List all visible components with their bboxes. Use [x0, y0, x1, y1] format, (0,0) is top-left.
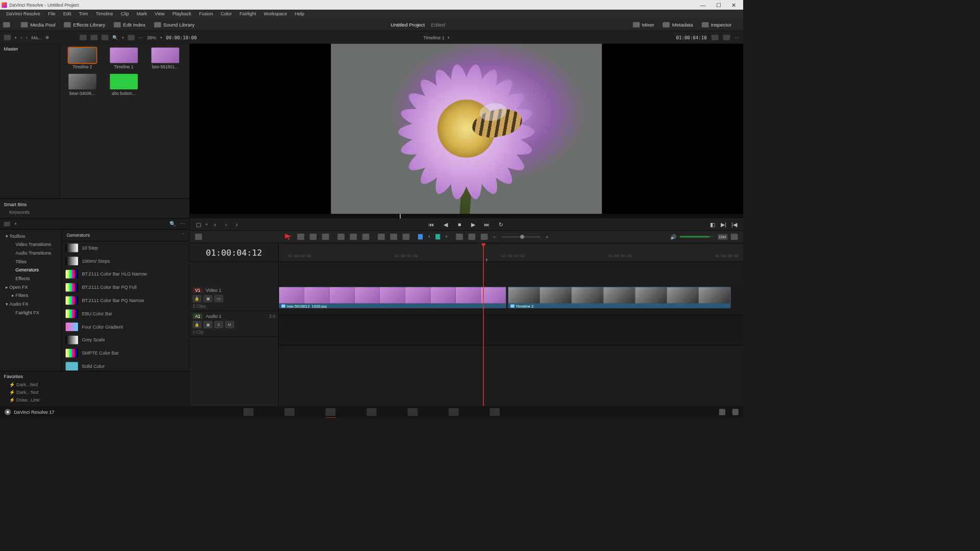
more-icon[interactable]: ⋯ — [180, 221, 185, 227]
replace-clip-icon[interactable] — [362, 234, 370, 240]
deliver-page-button[interactable] — [489, 408, 500, 416]
dynamic-trim-icon[interactable] — [310, 234, 317, 240]
playhead[interactable] — [483, 243, 484, 406]
color-page-button[interactable] — [408, 408, 418, 416]
nav-fwd-icon[interactable]: › — [26, 35, 28, 40]
favorite-item[interactable]: ⚡ Dark...hird — [4, 381, 186, 388]
fx-tree-node[interactable]: Video Transitions — [2, 240, 60, 249]
maximize-button[interactable]: ☐ — [710, 1, 726, 9]
fx-layout-icon[interactable] — [4, 221, 10, 226]
flag-blue-icon[interactable] — [418, 234, 423, 240]
monitor-icon[interactable] — [731, 234, 738, 240]
prev-clip-icon[interactable]: ‹ — [212, 221, 219, 228]
first-frame-button[interactable]: ⏮ — [428, 221, 435, 228]
match-frame-icon[interactable]: ▢ — [195, 221, 202, 228]
bin-layout-icon[interactable] — [4, 35, 11, 40]
disable-video-button[interactable]: ▭ — [214, 295, 223, 303]
media-page-button[interactable] — [243, 408, 254, 416]
selection-tool-icon[interactable] — [285, 234, 292, 240]
fx-tree-node[interactable]: ▾Audio FX — [2, 300, 60, 309]
chevron-up-icon[interactable]: ⌃ — [182, 233, 185, 238]
breadcrumb[interactable]: Ma... — [31, 35, 41, 40]
fx-item[interactable]: SMPTE Color Bar — [62, 346, 189, 360]
sound-library-toggle[interactable]: Sound Library — [154, 21, 195, 27]
cut-page-button[interactable] — [284, 408, 295, 416]
insert-clip-icon[interactable] — [337, 234, 345, 240]
fx-item[interactable]: Four Color Gradient — [62, 320, 189, 334]
close-button[interactable]: ✕ — [726, 1, 742, 9]
minimize-button[interactable]: — — [695, 1, 710, 9]
scrub-bar[interactable] — [190, 214, 743, 218]
master-bin[interactable]: Master — [4, 46, 56, 52]
play-button[interactable]: ▶ — [470, 221, 477, 228]
smart-bin-item[interactable]: Keywords — [4, 210, 186, 215]
chevron-down-icon[interactable]: ▾ — [448, 36, 450, 40]
menu-item[interactable]: Edit — [63, 11, 71, 17]
trim-tool-icon[interactable] — [297, 234, 304, 240]
timeline-ruler[interactable]: 01:00:00:0001:00:02:0001:00:04:0001:00:0… — [279, 243, 743, 262]
clip-timeline2[interactable]: Timeline 2 — [508, 287, 731, 308]
audio-track-1[interactable] — [279, 315, 743, 345]
menu-item[interactable]: Color — [220, 11, 232, 17]
goto-out-icon[interactable]: |◀ — [731, 221, 738, 228]
link-icon[interactable] — [390, 234, 397, 240]
timeline-name[interactable]: Timeline 1 — [423, 35, 445, 40]
clip-bee[interactable]: bee-5618012_1920.jpg — [279, 287, 506, 308]
favorite-item[interactable]: ⚡ Dark...Text — [4, 388, 186, 396]
menu-item[interactable]: Fairlight — [239, 11, 256, 17]
media-pool-toggle[interactable]: Media Pool — [21, 21, 56, 27]
menu-item[interactable]: Workspace — [264, 11, 287, 17]
search-icon[interactable]: 🔍 — [169, 221, 176, 227]
lock-track-button[interactable]: 🔒 — [193, 295, 202, 303]
home-icon[interactable] — [719, 409, 725, 415]
chevron-down-icon[interactable]: ▾ — [15, 36, 17, 40]
fx-item[interactable]: BT.2111 Color Bar PQ Full — [62, 281, 189, 294]
fx-tree-node[interactable]: ▸Filters — [2, 291, 60, 300]
auto-select-button[interactable]: ▣ — [204, 321, 212, 328]
menu-item[interactable]: DaVinci Resolve — [6, 11, 40, 17]
fx-tree-node[interactable]: Titles — [2, 257, 60, 266]
menu-item[interactable]: Trim — [79, 11, 88, 17]
new-bin-icon[interactable] — [3, 22, 12, 28]
v1-badge[interactable]: V1 — [193, 287, 203, 293]
media-clip[interactable]: abo button... — [105, 74, 142, 95]
a1-badge[interactable]: A1 — [193, 313, 203, 319]
fx-item[interactable]: 10 Step — [62, 241, 189, 255]
fx-tree-node[interactable]: Audio Transitions — [2, 249, 60, 258]
single-viewer-icon[interactable] — [723, 35, 730, 40]
timeline-view-icon[interactable] — [195, 234, 202, 240]
fx-tree-node[interactable]: Generators — [2, 266, 60, 274]
mixer-toggle[interactable]: Mixer — [633, 21, 654, 27]
media-clip[interactable]: Timeline 1 — [105, 47, 142, 69]
zoom-percent[interactable]: 39% — [147, 35, 156, 40]
marker-teal-icon[interactable] — [435, 234, 440, 240]
fx-item[interactable]: Solid Color — [62, 360, 189, 371]
view-thumb-icon[interactable] — [80, 35, 87, 40]
timeline-timecode[interactable]: 01:00:04:12 — [190, 243, 279, 262]
blade-tool-icon[interactable] — [322, 234, 329, 240]
mute-button[interactable]: M — [225, 321, 234, 328]
more-icon[interactable]: ⋯ — [138, 35, 143, 40]
effects-library-toggle[interactable]: Effects Library — [64, 21, 105, 27]
fx-tree-node[interactable]: Fairlight FX — [2, 308, 60, 317]
lock-track-button[interactable]: 🔒 — [193, 321, 202, 328]
next-clip-icon[interactable]: › — [233, 221, 240, 228]
playhead-icon[interactable]: ◦ — [223, 221, 230, 228]
zoom-slider[interactable] — [501, 236, 540, 237]
fx-item[interactable]: 100mV Steps — [62, 255, 189, 268]
solo-button[interactable]: S — [214, 321, 223, 328]
search-icon[interactable]: 🔍 — [112, 35, 118, 40]
razor-icon[interactable] — [378, 234, 385, 240]
fx-item[interactable]: EBU Color Bar — [62, 307, 189, 320]
stop-button[interactable]: ■ — [456, 221, 463, 228]
mark-in-icon[interactable]: ◧ — [709, 221, 716, 228]
menu-item[interactable]: Help — [295, 11, 304, 17]
fx-item[interactable]: BT.2111 Color Bar HLG Narrow — [62, 268, 189, 281]
nav-back-icon[interactable]: ‹ — [20, 35, 22, 40]
favorite-item[interactable]: ⚡ Draw...Line — [4, 396, 186, 404]
fx-tree-node[interactable]: ▸Open FX — [2, 283, 60, 291]
zoom-in-button[interactable]: + — [546, 234, 549, 239]
detail-zoom-icon[interactable] — [469, 234, 476, 240]
fairlight-page-button[interactable] — [449, 408, 459, 416]
view-list-icon[interactable] — [101, 35, 108, 40]
